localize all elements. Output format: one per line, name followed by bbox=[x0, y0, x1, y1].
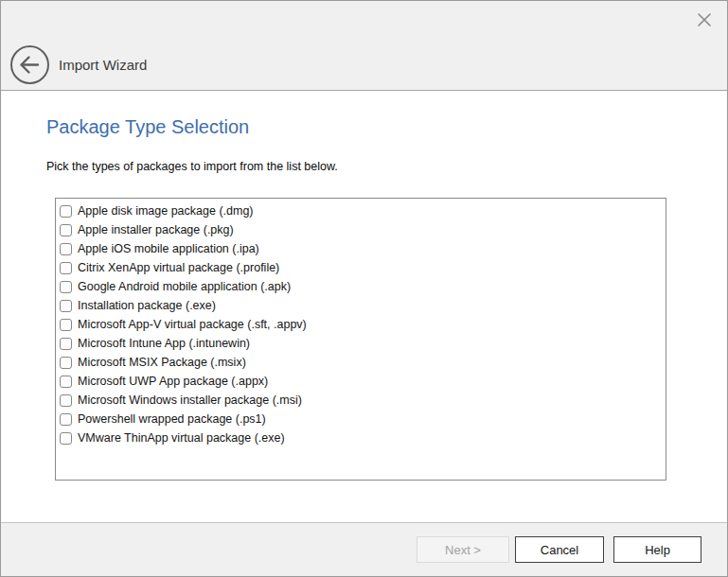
checkbox-icon[interactable] bbox=[60, 281, 72, 293]
checkbox-icon[interactable] bbox=[60, 262, 72, 274]
checkbox-icon[interactable] bbox=[60, 243, 72, 255]
package-row[interactable]: Microsoft MSIX Package (.msix) bbox=[56, 353, 666, 372]
package-label: Installation package (.exe) bbox=[78, 299, 216, 312]
header: Import Wizard bbox=[1, 1, 727, 91]
package-label: Microsoft UWP App package (.appx) bbox=[78, 375, 268, 388]
help-button[interactable]: Help bbox=[613, 536, 701, 563]
header-back-title: Import Wizard bbox=[9, 44, 147, 85]
package-row[interactable]: Apple installer package (.pkg) bbox=[56, 220, 666, 239]
package-label: Microsoft MSIX Package (.msix) bbox=[78, 356, 246, 369]
back-arrow-icon bbox=[9, 44, 50, 85]
package-type-list: Apple disk image package (.dmg) Apple in… bbox=[55, 198, 666, 481]
package-row[interactable]: Apple disk image package (.dmg) bbox=[56, 201, 666, 220]
package-label: Microsoft Windows installer package (.ms… bbox=[78, 393, 302, 407]
import-wizard-window: Import Wizard Package Type Selection Pic… bbox=[0, 0, 728, 577]
package-row[interactable]: Apple iOS mobile application (.ipa) bbox=[56, 239, 666, 258]
package-label: Google Android mobile application (.apk) bbox=[78, 280, 291, 293]
checkbox-icon[interactable] bbox=[60, 338, 72, 350]
package-label: Powershell wrapped package (.ps1) bbox=[78, 412, 266, 426]
package-row[interactable]: Installation package (.exe) bbox=[56, 296, 666, 315]
cancel-button[interactable]: Cancel bbox=[515, 536, 604, 563]
close-button[interactable] bbox=[691, 7, 718, 33]
package-row[interactable]: Microsoft UWP App package (.appx) bbox=[56, 372, 666, 391]
checkbox-icon[interactable] bbox=[60, 413, 72, 426]
footer: Next > Cancel Help bbox=[1, 522, 727, 576]
package-label: Apple installer package (.pkg) bbox=[78, 223, 234, 236]
package-row[interactable]: Microsoft Intune App (.intunewin) bbox=[56, 334, 666, 353]
close-icon bbox=[697, 12, 712, 27]
page-title: Package Type Selection bbox=[46, 116, 249, 138]
package-label: Microsoft Intune App (.intunewin) bbox=[78, 337, 250, 350]
package-row[interactable]: Microsoft Windows installer package (.ms… bbox=[56, 391, 666, 410]
package-row[interactable]: Citrix XenApp virtual package (.profile) bbox=[56, 258, 666, 277]
package-row[interactable]: Powershell wrapped package (.ps1) bbox=[56, 410, 666, 428]
package-label: VMware ThinApp virtual package (.exe) bbox=[78, 431, 285, 445]
checkbox-icon[interactable] bbox=[60, 376, 72, 388]
page-subtitle: Pick the types of packages to import fro… bbox=[46, 160, 338, 173]
checkbox-icon[interactable] bbox=[60, 319, 72, 331]
checkbox-icon[interactable] bbox=[60, 357, 72, 369]
checkbox-icon[interactable] bbox=[60, 394, 72, 407]
wizard-title: Import Wizard bbox=[59, 57, 147, 73]
back-button[interactable] bbox=[9, 44, 50, 85]
package-row[interactable]: VMware ThinApp virtual package (.exe) bbox=[56, 428, 666, 447]
package-label: Microsoft App-V virtual package (.sft, .… bbox=[78, 318, 307, 331]
package-row[interactable]: Microsoft App-V virtual package (.sft, .… bbox=[56, 315, 666, 334]
package-label: Apple iOS mobile application (.ipa) bbox=[78, 242, 259, 255]
package-label: Citrix XenApp virtual package (.profile) bbox=[78, 261, 279, 274]
checkbox-icon[interactable] bbox=[60, 432, 72, 445]
next-button[interactable]: Next > bbox=[417, 536, 509, 563]
package-label: Apple disk image package (.dmg) bbox=[78, 204, 254, 218]
checkbox-icon[interactable] bbox=[60, 205, 72, 218]
checkbox-icon[interactable] bbox=[60, 300, 72, 312]
package-row[interactable]: Google Android mobile application (.apk) bbox=[56, 277, 666, 296]
checkbox-icon[interactable] bbox=[60, 224, 72, 236]
